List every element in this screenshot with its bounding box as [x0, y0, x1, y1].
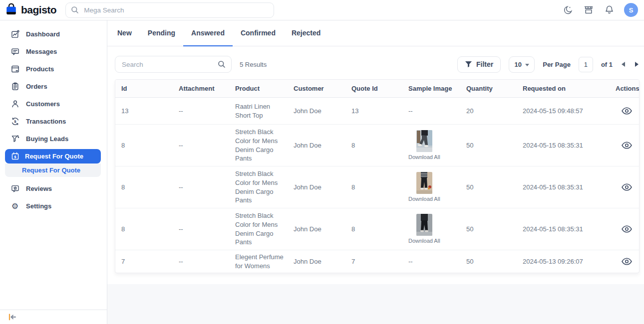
tab-new[interactable]: New — [109, 20, 140, 46]
cell-customer: John Doe — [294, 107, 351, 116]
user-avatar[interactable]: S — [624, 3, 638, 17]
sidebar-item-label: Customers — [26, 100, 60, 108]
collapse-sidebar-icon[interactable] — [8, 314, 16, 321]
column-header-actions: Actions — [616, 84, 640, 93]
per-page-select[interactable]: 10 — [509, 56, 535, 73]
sidebar-subitem-label: Request For Quote — [22, 166, 80, 174]
search-icon[interactable] — [218, 60, 226, 70]
view-quote-button[interactable] — [621, 257, 633, 266]
view-quote-button[interactable] — [621, 224, 633, 234]
download-all-link[interactable]: Download All — [408, 195, 440, 203]
brand-logo[interactable]: bagisto — [5, 2, 56, 18]
tab-pending[interactable]: Pending — [140, 20, 183, 46]
sample-image[interactable] — [416, 214, 432, 236]
cell-quantity: 50 — [466, 225, 523, 234]
previous-page-button[interactable] — [621, 61, 626, 68]
sidebar-item-label: Reviews — [26, 185, 52, 192]
cell-quote-id: 8 — [351, 183, 408, 192]
cell-sample-image: -- — [408, 107, 466, 116]
cell-quantity: 50 — [466, 141, 523, 150]
sample-image[interactable] — [416, 172, 432, 194]
sidebar-group-request-for-quote: $ Request For Quote Request For Quote — [5, 149, 101, 177]
page-background — [107, 284, 644, 324]
view-quote-button[interactable] — [621, 106, 633, 116]
transactions-icon: $ — [10, 117, 19, 126]
cell-customer: John Doe — [294, 225, 351, 234]
cell-attachment: -- — [179, 141, 235, 150]
filter-button[interactable]: Filter — [457, 56, 501, 73]
notifications-icon[interactable] — [604, 4, 615, 15]
next-page-button[interactable] — [634, 61, 640, 68]
chevron-down-icon — [525, 64, 529, 66]
table-row: 13 -- Raatri Linen Short Top John Doe 13… — [115, 98, 639, 125]
reviews-icon — [10, 184, 19, 193]
cell-sample-image: Download All — [408, 172, 440, 203]
datagrid-toolbar: 5 Results Filter 10 — [115, 56, 640, 73]
sidebar-item-reviews[interactable]: Reviews — [0, 180, 107, 197]
cell-quote-id: 13 — [351, 107, 408, 116]
cell-id: 8 — [121, 183, 179, 192]
cell-id: 13 — [121, 107, 179, 116]
buying-leads-icon — [10, 135, 19, 143]
cell-product: Stretch Black Color for Mens Denim Cargo… — [235, 169, 294, 204]
main-content: New Pending Answered Confirmed Rejected — [107, 20, 644, 324]
sidebar-subitem-request-for-quote[interactable]: Request For Quote — [5, 163, 101, 177]
results-count: 5 Results — [240, 61, 267, 68]
dark-mode-icon[interactable] — [563, 4, 574, 15]
column-header-requested-on: Requested on — [523, 84, 616, 93]
request-for-quote-icon: $ — [10, 152, 19, 161]
sidebar-item-dashboard[interactable]: Dashboard — [0, 25, 107, 43]
sidebar-item-request-for-quote[interactable]: $ Request For Quote — [5, 149, 101, 163]
header-actions: S — [563, 3, 638, 17]
column-header-quantity: Quantity — [466, 84, 523, 93]
download-all-link[interactable]: Download All — [408, 237, 440, 245]
table-row: 8 -- Stretch Black Color for Mens Denim … — [115, 125, 639, 166]
sidebar-item-label: Orders — [26, 83, 47, 90]
table-row: 8 -- Stretch Black Color for Mens Denim … — [115, 208, 639, 250]
tab-answered[interactable]: Answered — [183, 20, 233, 46]
cell-quote-id: 8 — [351, 141, 408, 150]
datagrid-area: 5 Results Filter 10 — [107, 46, 644, 273]
search-icon — [71, 6, 79, 16]
brand-name: bagisto — [21, 4, 56, 16]
cell-requested-on: 2024-05-15 08:35:31 — [523, 141, 616, 150]
column-header-attachment: Attachment — [179, 84, 235, 93]
download-all-link[interactable]: Download All — [408, 154, 440, 161]
cell-sample-image: -- — [408, 257, 466, 266]
tab-confirmed[interactable]: Confirmed — [233, 20, 284, 46]
view-quote-button[interactable] — [621, 182, 633, 192]
store-icon[interactable] — [583, 4, 594, 15]
mega-search-input[interactable] — [65, 2, 274, 18]
cell-product: Raatri Linen Short Top — [235, 102, 294, 120]
messages-icon — [10, 47, 19, 56]
sidebar-item-buying-leads[interactable]: Buying Leads — [0, 130, 107, 148]
tab-rejected[interactable]: Rejected — [284, 20, 328, 46]
customers-icon — [10, 100, 19, 108]
sidebar: Dashboard Messages Pro — [0, 20, 107, 324]
app-root: bagisto — [0, 0, 644, 324]
cell-sample-image: Download All — [408, 130, 440, 161]
filter-icon — [465, 61, 472, 68]
cell-customer: John Doe — [294, 183, 351, 192]
products-icon — [10, 65, 19, 73]
sidebar-item-customers[interactable]: Customers — [0, 95, 107, 113]
cell-attachment: -- — [179, 225, 235, 234]
view-quote-button[interactable] — [621, 141, 633, 150]
cell-id: 7 — [121, 257, 179, 266]
cell-customer: John Doe — [294, 141, 351, 150]
sidebar-item-messages[interactable]: Messages — [0, 43, 107, 60]
sample-image[interactable] — [416, 130, 432, 152]
sidebar-item-products[interactable]: Products — [0, 60, 107, 78]
sidebar-item-orders[interactable]: Orders — [0, 78, 107, 95]
grid-search-input[interactable] — [115, 56, 232, 73]
toolbar-right: Filter 10 Per Page of 1 — [457, 56, 640, 73]
cell-quote-id: 8 — [351, 225, 408, 234]
cell-quantity: 50 — [466, 257, 523, 266]
cell-id: 8 — [121, 225, 179, 234]
sidebar-item-transactions[interactable]: $ Transactions — [0, 113, 107, 130]
settings-icon: ⚙ — [10, 202, 19, 210]
sidebar-item-settings[interactable]: ⚙ Settings — [0, 197, 107, 215]
page-number-input[interactable] — [579, 57, 593, 72]
cell-requested-on: 2024-05-15 09:48:57 — [523, 107, 616, 116]
cell-product: Stretch Black Color for Mens Denim Cargo… — [235, 211, 294, 246]
